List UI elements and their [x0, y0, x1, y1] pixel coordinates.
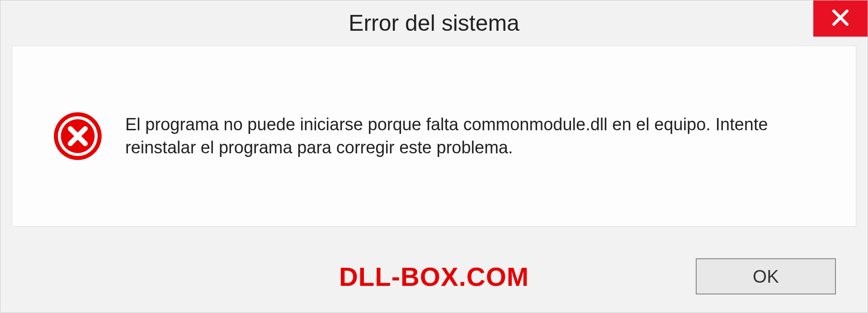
error-icon: [53, 111, 103, 161]
ok-button[interactable]: OK: [696, 258, 836, 294]
dialog-footer: DLL-BOX.COM OK: [0, 240, 868, 313]
close-button[interactable]: [813, 0, 868, 37]
close-icon: [830, 8, 850, 29]
dialog-title: Error del sistema: [349, 10, 519, 36]
title-bar: Error del sistema: [0, 0, 868, 46]
error-message: El programa no puede iniciarse porque fa…: [125, 113, 820, 160]
watermark-text: DLL-BOX.COM: [339, 261, 529, 292]
dialog-body: El programa no puede iniciarse porque fa…: [12, 46, 856, 227]
